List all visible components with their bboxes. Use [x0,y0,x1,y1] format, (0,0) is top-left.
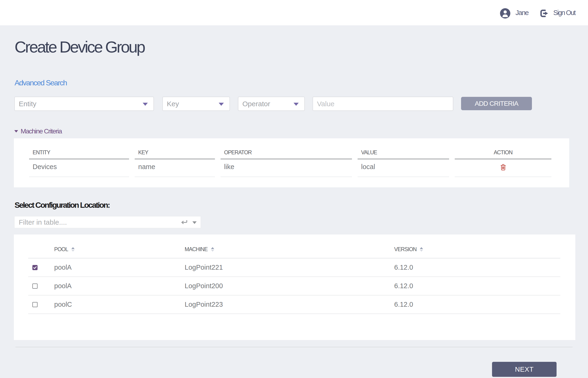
location-row: poolA LogPoint221 6.12.0 [28,258,560,277]
entity-select-placeholder: Entity [19,100,36,108]
column-header-version[interactable]: VERSION [394,234,560,258]
operator-select-placeholder: Operator [242,100,270,108]
row-checkbox-checked[interactable] [32,265,38,270]
config-location-label: Select Configuration Location: [14,201,110,210]
operator-select-caret-icon [294,103,299,106]
row-checkbox[interactable] [32,284,38,289]
location-table-card: POOL MACHINE VERSION [14,234,575,340]
machine-criteria-table: ENTITY KEY OPERATOR VALUE ACTION Devices… [24,138,557,177]
version-cell: 6.12.0 [394,295,560,314]
user-name[interactable]: Jane [516,0,528,25]
machine-cell: LogPoint221 [185,258,394,277]
column-header-select [28,234,54,258]
location-row: poolA LogPoint200 6.12.0 [28,277,560,295]
criteria-row: Devices name like local [29,159,551,177]
key-select[interactable]: Key [162,97,230,111]
column-header-action: ACTION [455,138,551,159]
column-header-entity: ENTITY [29,138,129,159]
operator-select[interactable]: Operator [238,97,305,111]
sign-out-icon[interactable] [539,9,549,18]
location-table: POOL MACHINE VERSION [28,234,560,314]
column-header-pool[interactable]: POOL [54,234,185,258]
criteria-entity-cell: Devices [29,159,129,177]
sort-icon [71,247,75,252]
column-header-key: KEY [135,138,215,159]
version-cell: 6.12.0 [394,277,560,295]
column-header-value: VALUE [358,138,449,159]
machine-cell: LogPoint223 [185,295,394,314]
delete-criteria-button[interactable] [501,164,506,171]
next-button[interactable]: NEXT [492,362,557,377]
advanced-search-link[interactable]: Advanced Search [14,79,67,87]
pool-cell: poolA [54,258,185,277]
row-checkbox[interactable] [32,302,38,307]
top-bar: Jane Sign Out [0,0,588,25]
filter-caret-icon[interactable] [192,221,197,224]
page-title: Create Device Group [14,38,144,56]
add-criteria-button[interactable]: ADD CRITERIA [461,97,532,110]
trash-icon [501,164,506,171]
filter-box [14,216,201,228]
criteria-value-cell: local [358,159,449,177]
filter-input[interactable] [14,216,201,228]
criteria-key-cell: name [135,159,215,177]
check-icon [33,265,37,270]
pool-cell: poolC [54,295,185,314]
machine-cell: LogPoint200 [185,277,394,295]
location-row: poolC LogPoint223 6.12.0 [28,295,560,314]
key-select-placeholder: Key [167,100,179,108]
footer-divider [15,347,573,347]
column-header-operator: OPERATOR [221,138,352,159]
enter-key-icon[interactable] [181,220,187,225]
user-avatar-icon[interactable] [500,8,510,18]
pool-cell: poolA [54,277,185,295]
collapse-caret-icon [14,130,18,133]
sort-icon [211,247,214,252]
machine-criteria-card: ENTITY KEY OPERATOR VALUE ACTION Devices… [14,138,569,187]
sort-icon [420,247,423,252]
criteria-operator-cell: like [221,159,352,177]
machine-criteria-label: Machine Criteria [21,128,62,135]
machine-criteria-toggle[interactable]: Machine Criteria [14,128,62,135]
column-header-machine[interactable]: MACHINE [185,234,394,258]
version-cell: 6.12.0 [394,258,560,277]
value-input[interactable] [312,97,453,111]
entity-select[interactable]: Entity [14,97,154,111]
key-select-caret-icon [219,103,224,106]
entity-select-caret-icon [143,103,148,106]
sign-out-button[interactable]: Sign Out [553,0,575,25]
